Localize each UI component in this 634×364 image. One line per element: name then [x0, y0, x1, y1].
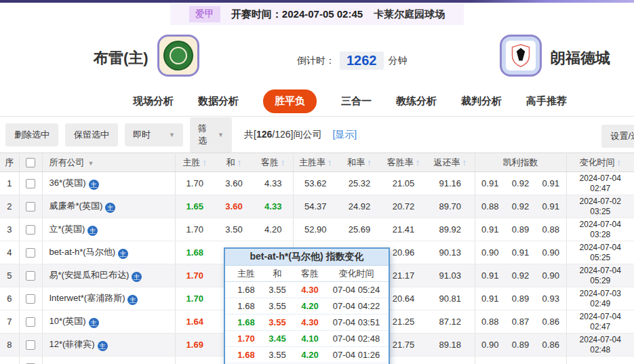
home-odds-cell[interactable]: 1.64 — [175, 310, 214, 333]
popup-draw-odds: 3.55 — [263, 285, 292, 295]
countdown-label: 倒计时： — [297, 55, 335, 67]
change-time-cell: 2024-07-0403:28 — [566, 218, 634, 241]
table-header-row: 序 所有公司▼ 主胜↑ 和↑ 客胜↑ 主胜率↑ 和率↑ 客胜率↑ 返还率↑ 凯利… — [0, 153, 634, 172]
col-select-all[interactable] — [19, 153, 42, 172]
checkbox-cell[interactable] — [19, 172, 42, 195]
instant-dropdown[interactable]: 即时 ▼ — [125, 123, 183, 146]
row-checkbox[interactable] — [26, 340, 35, 350]
row-checkbox[interactable] — [26, 179, 35, 188]
home-odds-cell[interactable]: 1.65 — [175, 195, 214, 218]
home-odds-cell[interactable]: 1.68 — [175, 241, 214, 264]
checkbox-cell[interactable] — [19, 310, 42, 333]
row-checkbox[interactable] — [26, 202, 35, 211]
row-checkbox[interactable] — [26, 317, 35, 327]
tab-data[interactable]: 数据分析 — [198, 95, 239, 108]
change-time-cell: 2024-07-0302:49 — [566, 287, 634, 310]
tab-three-in-one[interactable]: 三合一 — [341, 95, 372, 108]
countdown-unit: 分钟 — [389, 55, 408, 67]
away-odds-cell[interactable]: 4.33 — [254, 195, 293, 218]
draw-odds-cell[interactable]: 3.60 — [214, 172, 254, 195]
checkbox-cell[interactable] — [19, 287, 42, 310]
col-away-odds[interactable]: 客胜↑ — [254, 153, 293, 172]
popup-away-odds: 4.20 — [292, 301, 328, 311]
popup-col-draw: 和 — [263, 268, 292, 280]
delete-selected-button[interactable]: 删除选中 — [5, 123, 58, 146]
tab-referee[interactable]: 裁判分析 — [461, 95, 502, 108]
row-checkbox[interactable] — [26, 271, 35, 281]
checkbox-cell[interactable] — [19, 357, 42, 364]
home-odds-cell[interactable]: 1.74 — [175, 357, 214, 364]
company-main-badge-icon: 主 — [132, 272, 142, 282]
tab-live[interactable]: 现场分析 — [133, 95, 174, 108]
return-rate-cell: 91.16 — [426, 172, 475, 195]
filter-dropdown[interactable]: 筛选 ▼ — [190, 117, 232, 153]
company-main-badge-icon: 主 — [98, 341, 108, 351]
checkbox-cell[interactable] — [19, 264, 42, 287]
kelly-cell: 0.87 — [505, 310, 536, 333]
col-draw-rate[interactable]: 和率↑ — [338, 153, 381, 172]
checkbox-cell[interactable] — [19, 333, 42, 357]
sort-asc-icon: ↑ — [237, 157, 242, 167]
company-main-badge-icon: 主 — [105, 203, 115, 213]
col-away-rate[interactable]: 客胜率↑ — [381, 153, 426, 172]
row-checkbox[interactable] — [26, 248, 35, 258]
company-cell[interactable]: 10*(英国)主 — [42, 310, 175, 333]
popup-home-odds: 1.68 — [229, 301, 263, 311]
keep-selected-button[interactable]: 保留选中 — [65, 123, 118, 146]
seq-cell: 2 — [0, 195, 19, 218]
col-company[interactable]: 所有公司▼ — [42, 153, 175, 172]
select-all-checkbox[interactable] — [26, 158, 35, 167]
home-odds-cell[interactable]: 1.70 — [175, 172, 214, 195]
col-draw-odds[interactable]: 和↑ — [214, 153, 254, 172]
company-cell[interactable]: 易*(安提瓜和巴布达)主 — [42, 264, 175, 287]
away-team-name: 朗福德城 — [551, 48, 610, 68]
col-home-rate[interactable]: 主胜率↑ — [293, 153, 338, 172]
company-main-badge-icon: 主 — [89, 318, 99, 328]
change-time-cell: 2024-07-0405:29 — [566, 264, 634, 287]
popup-home-odds: 1.68 — [229, 285, 263, 295]
popup-away-odds: 4.20 — [292, 350, 328, 360]
return-rate-cell: 90.81 — [426, 287, 475, 310]
company-main-badge-icon: 主 — [127, 295, 138, 305]
company-cell[interactable]: 18*主 — [42, 357, 175, 364]
tab-coach[interactable]: 教练分析 — [396, 95, 437, 108]
home-odds-cell[interactable]: 1.70 — [175, 287, 214, 310]
tab-expert[interactable]: 高手推荐 — [526, 95, 567, 108]
popup-home-odds: 1.70 — [229, 333, 263, 344]
home-odds-cell[interactable]: 1.70 — [175, 264, 214, 287]
home-odds-cell[interactable]: 1.69 — [175, 333, 214, 357]
tab-wdl[interactable]: 胜平负 — [263, 89, 317, 113]
sort-asc-icon: ↑ — [281, 157, 285, 167]
sort-asc-icon: ↑ — [203, 157, 207, 167]
col-change-time[interactable]: 变化时间↑ — [566, 153, 634, 172]
seq-cell: 3 — [0, 218, 19, 241]
checkbox-cell[interactable] — [19, 241, 42, 264]
draw-odds-cell[interactable]: 3.50 — [214, 218, 254, 241]
home-odds-cell[interactable]: 1.70 — [175, 218, 214, 241]
checkbox-cell[interactable] — [19, 195, 42, 218]
col-return-rate[interactable]: 返还率↑ — [426, 153, 475, 172]
company-cell[interactable]: 36*(英国)主 — [42, 172, 175, 195]
show-link[interactable]: [显示] — [332, 129, 357, 141]
row-checkbox[interactable] — [26, 294, 35, 304]
draw-odds-cell[interactable]: 3.60 — [214, 195, 254, 218]
return-rate-cell: 87.12 — [426, 310, 475, 333]
row-checkbox[interactable] — [26, 225, 35, 235]
company-main-badge-icon: 主 — [89, 180, 99, 190]
away-team-logo — [500, 35, 542, 77]
company-cell[interactable]: 立*(英国)主 — [42, 218, 175, 241]
home-rate-cell: 53.62 — [293, 172, 338, 195]
away-odds-cell[interactable]: 4.33 — [254, 172, 293, 195]
draw-rate-cell: 24.92 — [338, 195, 381, 218]
company-cell[interactable]: Interwet*(塞浦路斯)主 — [42, 287, 175, 310]
company-cell[interactable]: 威廉希*(英国)主 — [42, 195, 175, 218]
company-name: Interwet*(塞浦路斯) — [49, 293, 125, 303]
company-name: 36*(英国) — [49, 178, 86, 188]
col-home-odds[interactable]: 主胜↑ — [175, 153, 214, 172]
settings-button[interactable]: 设置/选择 — [601, 125, 634, 148]
company-cell[interactable]: 12*(菲律宾)主 — [42, 333, 175, 357]
company-cell[interactable]: bet-at-h*(马尔他)主 — [42, 241, 175, 264]
away-odds-cell[interactable]: 4.20 — [254, 218, 293, 241]
kelly-cell: 0.89 — [505, 287, 536, 310]
checkbox-cell[interactable] — [19, 218, 42, 241]
